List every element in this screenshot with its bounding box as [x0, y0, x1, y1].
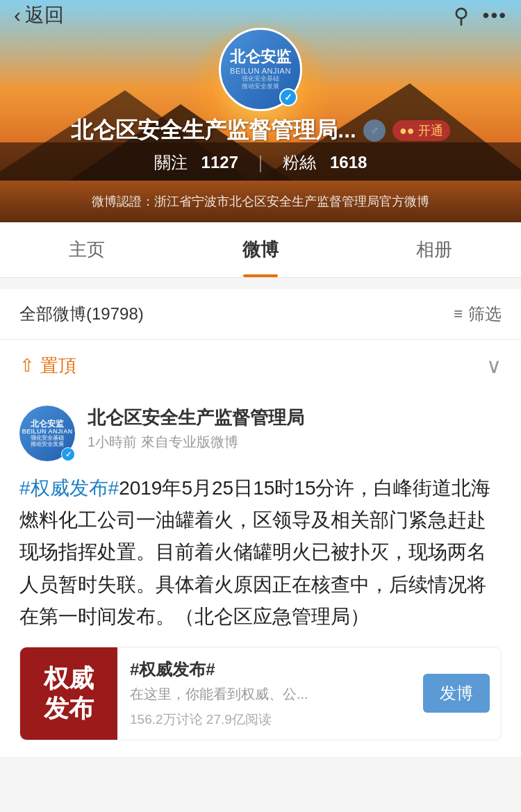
topic-thumb-text: 权威 发布 [44, 663, 94, 723]
post-meta: 北仑区安全生产监督管理局 1小時前 來自专业版微博 [88, 406, 502, 451]
pinned-label: ⇧ 置頂 [19, 354, 76, 378]
profile-banner: ‹ 返回 ⚲ ••• 北仑安监 BEILUN ANJIAN 强化安全基础 推动安… [0, 0, 521, 222]
pinned-section: ⇧ 置頂 ∨ 北仑安监 BEILUN ANJIAN 强化安全基础 推动安全发展 … [0, 340, 521, 758]
hashtag-link[interactable]: #权威发布# [19, 477, 119, 499]
profile-avatar: 北仑安监 BEILUN ANJIAN 强化安全基础 推动安全发展 ✓ [219, 28, 302, 111]
avatar-tag-line2: 推动安全发展 [242, 83, 279, 91]
filter-label: 筛选 [468, 303, 502, 325]
follow-divider: ｜ [252, 151, 269, 174]
tab-weibo[interactable]: 微博 [174, 222, 347, 277]
verified-badge: ✓ [279, 88, 297, 106]
profile-avatar-section: 北仑安监 BEILUN ANJIAN 强化安全基础 推动安全发展 ✓ [219, 28, 302, 111]
pinned-text: 置頂 [40, 354, 76, 378]
topic-stats: 156.2万讨论 27.9亿阅读 [130, 711, 411, 729]
follow-count: 1127 [201, 153, 238, 172]
post-author[interactable]: 北仑区安全生产监督管理局 [88, 406, 502, 430]
search-icon[interactable]: ⚲ [454, 3, 469, 28]
topic-title: #权威发布# [130, 658, 411, 681]
post-time-source: 1小時前 來自专业版微博 [88, 433, 502, 451]
weibo-verification: 微博認證：浙江省宁波市北仑区安全生产监督管理局官方微博 [0, 193, 521, 210]
profile-name-row: 北仑区安全生产监督管理局... ♂ ●● 开通 [0, 115, 521, 146]
more-icon[interactable]: ••• [483, 4, 507, 26]
pinned-header: ⇧ 置頂 ∨ [0, 340, 521, 392]
fans-label: 粉絲 [283, 151, 316, 174]
tab-album[interactable]: 相册 [347, 222, 521, 277]
filter-icon: ≡ [454, 305, 463, 323]
post-avatar[interactable]: 北仑安监 BEILUN ANJIAN 强化安全基础 推动安全发展 ✓ [19, 406, 75, 461]
gender-icon: ♂ [363, 119, 386, 142]
avatar-main-text: 北仑安监 [230, 48, 291, 66]
topic-info: #权威发布# 在这里，你能看到权威、公... 156.2万讨论 27.9亿阅读 [117, 647, 423, 740]
tab-home[interactable]: 主页 [0, 222, 174, 277]
profile-name: 北仑区安全生产监督管理局... [71, 115, 356, 146]
post-content: #权威发布#2019年5月25日15时15分许，白峰街道北海燃料化工公司一油罐着… [19, 472, 502, 633]
avatar-sub-text: BEILUN ANJIAN [230, 67, 291, 75]
chevron-down-icon[interactable]: ∨ [486, 354, 502, 378]
fans-count: 1618 [330, 153, 367, 172]
filter-button[interactable]: ≡ 筛选 [454, 303, 502, 325]
follow-stats: 關注 1127 ｜ 粉絲 1618 [0, 151, 521, 174]
pin-icon: ⇧ [19, 355, 35, 376]
follow-label: 關注 [154, 151, 188, 174]
topic-card[interactable]: 权威 发布 #权威发布# 在这里，你能看到权威、公... 156.2万讨论 27… [19, 647, 502, 740]
post-avatar-verified: ✓ [61, 447, 75, 461]
post-item: 北仑安监 BEILUN ANJIAN 强化安全基础 推动安全发展 ✓ 北仑区安全… [0, 392, 521, 757]
topic-desc: 在这里，你能看到权威、公... [130, 685, 411, 704]
tab-bar: 主页 微博 相册 [0, 222, 521, 278]
post-header: 北仑安监 BEILUN ANJIAN 强化安全基础 推动安全发展 ✓ 北仑区安全… [19, 406, 502, 461]
back-label: 返回 [25, 2, 64, 28]
weibo-count: 全部微博(19798) [19, 303, 144, 325]
filter-bar: 全部微博(19798) ≡ 筛选 [0, 289, 521, 340]
post-avatar-name: 北仑安监 BEILUN ANJIAN 强化安全基础 推动安全发展 [22, 420, 72, 448]
back-button[interactable]: ‹ 返回 [14, 2, 64, 28]
back-chevron: ‹ [14, 3, 21, 27]
avatar-tag-line1: 强化安全基础 [242, 75, 279, 83]
post-button[interactable]: 发博 [423, 674, 490, 713]
member-badge: ●● 开通 [392, 120, 450, 141]
topic-thumbnail: 权威 发布 [20, 647, 117, 740]
